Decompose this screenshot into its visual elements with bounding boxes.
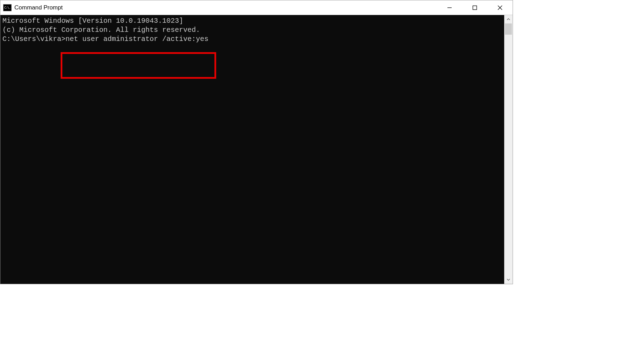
terminal-line-copyright: (c) Microsoft Corporation. All rights re… — [2, 26, 504, 35]
minimize-icon — [447, 5, 452, 10]
minimize-button[interactable] — [437, 0, 462, 15]
svg-rect-1 — [473, 6, 477, 9]
scrollbar-thumb[interactable] — [505, 23, 512, 35]
cmd-icon-label: C:\. — [4, 6, 11, 9]
window-title: Command Prompt — [14, 4, 63, 11]
maximize-button[interactable] — [462, 0, 487, 15]
close-button[interactable] — [487, 0, 513, 15]
vertical-scrollbar[interactable] — [504, 15, 513, 284]
cmd-icon: C:\. — [3, 4, 12, 11]
terminal-prompt-line: C:\Users\vikra>net user administrator /a… — [2, 35, 504, 44]
chevron-down-icon — [507, 278, 510, 281]
chevron-up-icon — [507, 18, 510, 21]
maximize-icon — [472, 5, 477, 10]
command-prompt-window: C:\. Command Prompt Microsoft Windows [V… — [0, 0, 513, 284]
terminal-prompt: C:\Users\vikra> — [2, 35, 66, 44]
terminal-line-version: Microsoft Windows [Version 10.0.19043.10… — [2, 16, 504, 26]
terminal-command: net user administrator /active:yes — [66, 35, 208, 44]
scroll-up-button[interactable] — [504, 15, 513, 23]
scrollbar-track[interactable] — [504, 23, 513, 275]
close-icon — [498, 5, 502, 10]
titlebar: C:\. Command Prompt — [0, 0, 513, 15]
scroll-down-button[interactable] — [504, 275, 513, 284]
window-controls — [437, 0, 513, 15]
terminal-wrap: Microsoft Windows [Version 10.0.19043.10… — [0, 15, 513, 284]
title-left: C:\. Command Prompt — [0, 4, 437, 11]
terminal[interactable]: Microsoft Windows [Version 10.0.19043.10… — [0, 15, 504, 284]
